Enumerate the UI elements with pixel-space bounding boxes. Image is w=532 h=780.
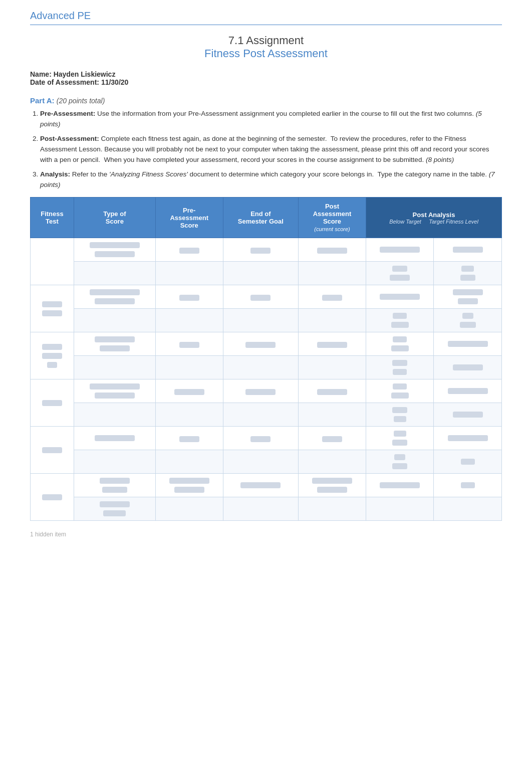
cell-analysis-6b[interactable]: [366, 497, 433, 521]
cell-analysis2-2a[interactable]: [434, 285, 502, 309]
cell-goal-3b[interactable]: [223, 356, 298, 379]
instruction-2-bold: Post-Assessment:: [40, 135, 99, 142]
cell-analysis-1a[interactable]: [366, 238, 433, 262]
assignment-line1: 7.1 Assignment: [30, 34, 502, 47]
col-header-post-analysis: Post Analysis Below Target Target Fitnes…: [366, 198, 501, 238]
cell-analysis-5b[interactable]: [366, 450, 433, 474]
cell-analysis2-6a[interactable]: [434, 474, 502, 497]
cell-goal-4b[interactable]: [223, 403, 298, 427]
table-row[interactable]: [31, 474, 502, 497]
cell-goal-1b[interactable]: [223, 262, 298, 285]
course-title: Advanced PE: [30, 10, 502, 25]
table-row[interactable]: [31, 450, 502, 474]
cell-fitness-test-3[interactable]: [31, 332, 74, 379]
cell-analysis2-1a[interactable]: [434, 238, 502, 262]
table-row[interactable]: [31, 403, 502, 427]
cell-type-score-3b[interactable]: [74, 356, 155, 379]
cell-analysis2-5b[interactable]: [434, 450, 502, 474]
cell-goal-2a[interactable]: [223, 285, 298, 309]
cell-type-score-5a[interactable]: [74, 427, 155, 450]
student-info: Name: Hayden Liskiewicz Date of Assessme…: [30, 70, 502, 86]
table-row[interactable]: [31, 356, 502, 379]
cell-pre-1a[interactable]: [155, 238, 223, 262]
name-label: Name:: [30, 70, 52, 78]
cell-post-2a[interactable]: [299, 285, 366, 309]
cell-fitness-test-6[interactable]: [31, 474, 74, 521]
cell-post-6b[interactable]: [299, 497, 366, 521]
table-row[interactable]: [31, 262, 502, 285]
cell-type-score-2b[interactable]: [74, 309, 155, 332]
cell-goal-2b[interactable]: [223, 309, 298, 332]
cell-fitness-test-2[interactable]: [31, 285, 74, 332]
table-row[interactable]: [31, 379, 502, 403]
cell-analysis-2a[interactable]: [366, 285, 433, 309]
cell-type-score-6b[interactable]: [74, 497, 155, 521]
table-row[interactable]: [31, 285, 502, 309]
cell-pre-3a[interactable]: [155, 332, 223, 356]
cell-fitness-test-5[interactable]: [31, 427, 74, 474]
cell-pre-6b[interactable]: [155, 497, 223, 521]
cell-type-score-2a[interactable]: [74, 285, 155, 309]
cell-analysis-1b[interactable]: [366, 262, 433, 285]
cell-fitness-test-4[interactable]: [31, 379, 74, 427]
cell-type-score-1a[interactable]: [74, 238, 155, 262]
cell-goal-4a[interactable]: [223, 379, 298, 403]
cell-type-score-4a[interactable]: [74, 379, 155, 403]
table-row[interactable]: [31, 427, 502, 450]
cell-type-score-4b[interactable]: [74, 403, 155, 427]
cell-type-score-1b[interactable]: [74, 262, 155, 285]
cell-goal-6a[interactable]: [223, 474, 298, 497]
cell-post-3a[interactable]: [299, 332, 366, 356]
cell-analysis-5a[interactable]: [366, 427, 433, 450]
table-row[interactable]: [31, 309, 502, 332]
cell-pre-2a[interactable]: [155, 285, 223, 309]
cell-type-score-6a[interactable]: [74, 474, 155, 497]
cell-analysis2-2b[interactable]: [434, 309, 502, 332]
cell-analysis-3b[interactable]: [366, 356, 433, 379]
cell-type-score-3a[interactable]: [74, 332, 155, 356]
cell-post-6a[interactable]: [299, 474, 366, 497]
table-row[interactable]: [31, 497, 502, 521]
cell-pre-2b[interactable]: [155, 309, 223, 332]
cell-post-1a[interactable]: [299, 238, 366, 262]
cell-post-5a[interactable]: [299, 427, 366, 450]
cell-analysis-3a[interactable]: [366, 332, 433, 356]
cell-post-2b[interactable]: [299, 309, 366, 332]
cell-analysis2-5a[interactable]: [434, 427, 502, 450]
cell-goal-5a[interactable]: [223, 427, 298, 450]
cell-pre-5b[interactable]: [155, 450, 223, 474]
cell-goal-3a[interactable]: [223, 332, 298, 356]
cell-analysis2-3a[interactable]: [434, 332, 502, 356]
cell-analysis-2b[interactable]: [366, 309, 433, 332]
cell-pre-4b[interactable]: [155, 403, 223, 427]
cell-post-5b[interactable]: [299, 450, 366, 474]
cell-analysis-4a[interactable]: [366, 379, 433, 403]
cell-post-4a[interactable]: [299, 379, 366, 403]
cell-analysis2-3b[interactable]: [434, 356, 502, 379]
table-row[interactable]: [31, 332, 502, 356]
cell-type-score-5b[interactable]: [74, 450, 155, 474]
cell-post-1b[interactable]: [299, 262, 366, 285]
table-header-row: FitnessTest Type ofScore Pre-AssessmentS…: [31, 198, 502, 238]
assignment-line2: Fitness Post Assessment: [30, 47, 502, 60]
student-name: Name: Hayden Liskiewicz: [30, 70, 502, 78]
cell-analysis2-4b[interactable]: [434, 403, 502, 427]
cell-post-3b[interactable]: [299, 356, 366, 379]
cell-pre-3b[interactable]: [155, 356, 223, 379]
cell-analysis2-6b[interactable]: [434, 497, 502, 521]
cell-goal-1a[interactable]: [223, 238, 298, 262]
cell-pre-4a[interactable]: [155, 379, 223, 403]
col-header-type-of-score: Type ofScore: [74, 198, 155, 238]
table-row[interactable]: [31, 238, 502, 262]
cell-pre-5a[interactable]: [155, 427, 223, 450]
cell-pre-6a[interactable]: [155, 474, 223, 497]
cell-pre-1b[interactable]: [155, 262, 223, 285]
cell-analysis2-4a[interactable]: [434, 379, 502, 403]
cell-fitness-test-1[interactable]: [31, 238, 74, 285]
cell-goal-6b[interactable]: [223, 497, 298, 521]
cell-analysis2-1b[interactable]: [434, 262, 502, 285]
cell-goal-5b[interactable]: [223, 450, 298, 474]
cell-post-4b[interactable]: [299, 403, 366, 427]
cell-analysis-6a[interactable]: [366, 474, 433, 497]
cell-analysis-4b[interactable]: [366, 403, 433, 427]
